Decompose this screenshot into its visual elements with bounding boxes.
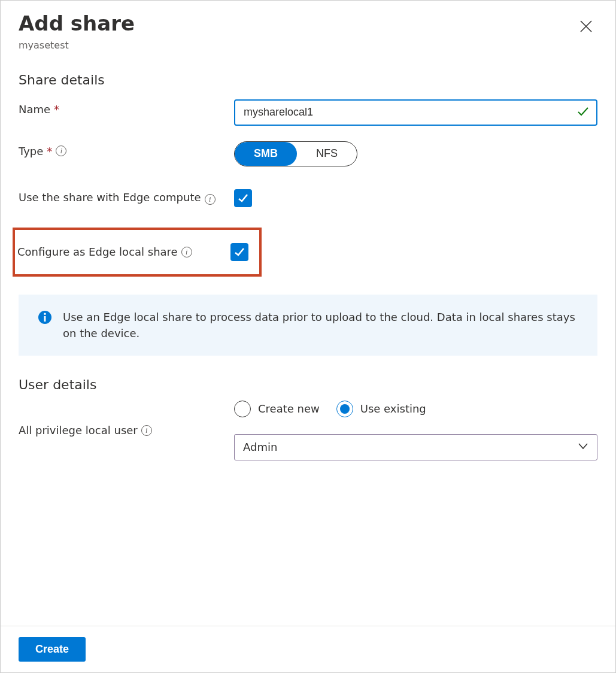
svg-point-2 [44,313,46,315]
radio-circle-selected-icon [336,401,353,417]
radio-create-new[interactable]: Create new [234,401,320,417]
name-label-text: Name [19,103,50,116]
close-button[interactable] [577,17,595,35]
user-radio-group: Create new Use existing [234,401,597,417]
valid-check-icon [576,104,590,121]
info-banner-icon [38,310,52,329]
page-title: Add share [19,11,597,36]
radio-dot-icon [340,404,350,414]
name-label: Name * [19,99,234,116]
user-details-heading: User details [19,377,597,392]
edge-compute-label: Use the share with Edge compute i [19,189,234,205]
edge-compute-row: Use the share with Edge compute i [19,189,597,216]
info-banner-text: Use an Edge local share to process data … [63,309,578,341]
all-privilege-row: All privilege local user i Create new Us… [19,401,597,460]
info-banner: Use an Edge local share to process data … [19,295,597,356]
panel-content: Share details Name * Type * i [1,51,615,460]
type-toggle: SMB NFS [234,141,357,166]
info-icon[interactable]: i [56,145,66,156]
info-icon[interactable]: i [141,425,152,436]
close-icon [579,20,593,33]
all-privilege-label-text: All privilege local user [19,424,138,436]
user-select-wrap: Admin [234,434,597,460]
radio-existing-label: Use existing [360,402,426,415]
type-nfs-button[interactable]: NFS [297,142,357,166]
required-indicator: * [54,103,59,116]
check-icon [237,192,249,204]
user-select[interactable]: Admin [234,434,597,460]
edge-local-control [230,243,248,261]
chevron-down-icon [577,440,589,454]
edge-compute-checkbox[interactable] [234,189,252,207]
required-indicator: * [47,145,52,157]
panel-footer: Create [1,626,615,672]
create-button[interactable]: Create [19,637,86,662]
user-select-value: Admin [243,441,277,453]
all-privilege-label: All privilege local user i [19,424,234,436]
add-share-panel: Add share myasetest Share details Name *… [0,0,616,673]
type-row: Type * i SMB NFS [19,141,597,168]
edge-local-highlight: Configure as Edge local share i [13,228,262,277]
edge-local-label: Configure as Edge local share i [17,245,230,258]
svg-rect-1 [44,316,46,322]
page-subtitle: myasetest [19,40,597,51]
name-input-wrap [234,99,597,126]
edge-compute-control [234,189,597,207]
check-icon [233,246,245,258]
type-control: SMB NFS [234,141,597,166]
name-row: Name * [19,99,597,126]
type-smb-button[interactable]: SMB [235,142,297,166]
edge-compute-label-text: Use the share with Edge compute [19,191,201,204]
panel-header: Add share myasetest [1,1,615,51]
radio-use-existing[interactable]: Use existing [336,401,426,417]
type-label-text: Type [19,145,43,157]
share-details-heading: Share details [19,72,597,87]
radio-create-label: Create new [258,402,320,415]
type-label: Type * i [19,141,234,157]
radio-circle-icon [234,401,251,417]
edge-local-checkbox[interactable] [230,243,248,261]
name-input[interactable] [234,99,597,126]
info-icon[interactable]: i [205,194,216,205]
edge-local-label-text: Configure as Edge local share [17,245,178,258]
all-privilege-control: Create new Use existing Admin [234,401,597,460]
info-icon[interactable]: i [181,247,192,257]
